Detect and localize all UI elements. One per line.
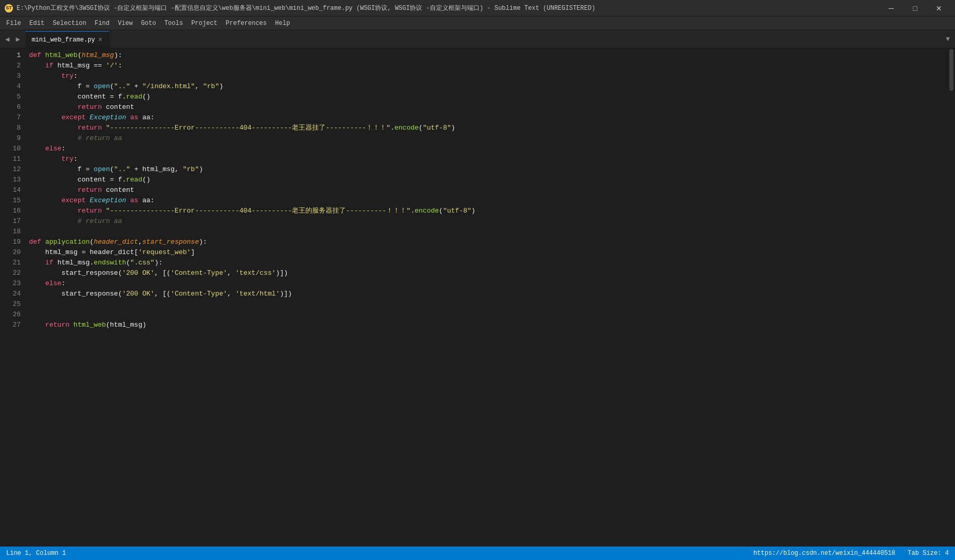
code-content[interactable]: def html_web(html_msg): if html_msg == '… [27, 48, 948, 547]
tab-mini-web-frame[interactable]: mini_web_frame.py × [25, 31, 109, 48]
line-num-2: 2 [0, 61, 21, 71]
menu-item-project[interactable]: Project [187, 18, 221, 29]
status-bar: Line 1, Column 1 https://blog.csdn.net/w… [0, 547, 955, 560]
code-line-25 [29, 299, 948, 310]
nav-right-arrow[interactable]: ▶ [13, 34, 22, 45]
tab-size[interactable]: Tab Size: 4 [906, 549, 951, 558]
menu-bar: FileEditSelectionFindViewGotoToolsProjec… [0, 17, 955, 30]
code-line-12: f = open(".." + html_msg, "rb") [29, 164, 948, 175]
maximize-button[interactable]: □ [903, 0, 927, 17]
line-num-5: 5 [0, 92, 21, 102]
status-right: https://blog.csdn.net/weixin_444440518 T… [751, 549, 951, 558]
line-num-26: 26 [0, 310, 21, 320]
line-num-10: 10 [0, 144, 21, 154]
title-bar: E:\Python工程文件\3WSGI协议 -自定义框架与端口 -配置信息自定义… [0, 0, 955, 17]
close-button[interactable]: ✕ [927, 0, 951, 17]
menu-item-tools[interactable]: Tools [160, 18, 187, 29]
menu-item-find[interactable]: Find [90, 18, 114, 29]
menu-item-edit[interactable]: Edit [25, 18, 49, 29]
code-line-2: if html_msg == '/': [29, 61, 948, 71]
line-num-7: 7 [0, 113, 21, 123]
code-line-18 [29, 227, 948, 237]
menu-item-file[interactable]: File [2, 18, 25, 29]
code-line-7: except Exception as aa: [29, 113, 948, 123]
code-line-10: else: [29, 144, 948, 154]
line-num-3: 3 [0, 71, 21, 81]
line-num-12: 12 [0, 164, 21, 175]
window-controls: ─ □ ✕ [879, 0, 951, 17]
line-num-22: 22 [0, 268, 21, 278]
line-num-18: 18 [0, 227, 21, 237]
code-line-3: try: [29, 71, 948, 81]
menu-item-preferences[interactable]: Preferences [221, 18, 271, 29]
code-line-15: except Exception as aa: [29, 195, 948, 206]
line-num-15: 15 [0, 195, 21, 206]
nav-left-arrow[interactable]: ◀ [3, 34, 11, 45]
line-num-21: 21 [0, 258, 21, 268]
line-num-16: 16 [0, 206, 21, 216]
title-text: E:\Python工程文件\3WSGI协议 -自定义框架与端口 -配置信息自定义… [17, 4, 595, 12]
code-line-4: f = open(".." + "/index.html", "rb") [29, 81, 948, 92]
line-num-23: 23 [0, 278, 21, 289]
tab-label: mini_web_frame.py [32, 36, 95, 44]
line-num-6: 6 [0, 102, 21, 113]
line-num-14: 14 [0, 185, 21, 195]
menu-item-selection[interactable]: Selection [49, 18, 91, 29]
code-line-26 [29, 310, 948, 320]
line-num-19: 19 [0, 237, 21, 247]
code-line-22: start_response('200 OK', [('Content-Type… [29, 268, 948, 278]
status-url: https://blog.csdn.net/weixin_444440518 [751, 549, 897, 558]
line-num-4: 4 [0, 81, 21, 92]
line-num-11: 11 [0, 154, 21, 164]
title-left: E:\Python工程文件\3WSGI协议 -自定义框架与端口 -配置信息自定义… [4, 4, 595, 13]
app-icon [4, 4, 13, 13]
code-line-11: try: [29, 154, 948, 164]
line-num-1: 1 [0, 50, 21, 61]
line-num-27: 27 [0, 320, 21, 330]
line-num-24: 24 [0, 289, 21, 299]
code-line-24: start_response('200 OK', [('Content-Type… [29, 289, 948, 299]
code-line-9: # return aa [29, 133, 948, 144]
tab-close-button[interactable]: × [98, 36, 102, 44]
menu-item-goto[interactable]: Goto [137, 18, 160, 29]
code-line-8: return "----------------Error-----------… [29, 123, 948, 133]
editor-area: 1234567891011121314151617181920212223242… [0, 48, 955, 547]
code-line-21: if html_msg.endswith(".css"): [29, 258, 948, 268]
cursor-position[interactable]: Line 1, Column 1 [4, 549, 68, 558]
line-num-17: 17 [0, 216, 21, 227]
tab-overflow-button[interactable]: ▼ [940, 30, 955, 48]
scrollbar-thumb[interactable] [949, 49, 953, 91]
status-left: Line 1, Column 1 [4, 549, 68, 558]
menu-item-view[interactable]: View [114, 18, 137, 29]
line-num-9: 9 [0, 133, 21, 144]
scrollbar[interactable] [948, 48, 955, 547]
line-num-25: 25 [0, 299, 21, 310]
code-line-1: def html_web(html_msg): [29, 50, 948, 61]
nav-arrows: ◀ ▶ [0, 30, 25, 48]
code-line-13: content = f.read() [29, 175, 948, 185]
code-line-19: def applycation(header_dict,start_respon… [29, 237, 948, 247]
code-line-6: return content [29, 102, 948, 113]
line-num-20: 20 [0, 247, 21, 258]
code-line-20: html_msg = header_dict['request_web'] [29, 247, 948, 258]
code-line-14: return content [29, 185, 948, 195]
code-line-5: content = f.read() [29, 92, 948, 102]
line-numbers: 1234567891011121314151617181920212223242… [0, 48, 27, 547]
code-line-16: return "----------------Error-----------… [29, 206, 948, 216]
minimize-button[interactable]: ─ [879, 0, 903, 17]
menu-item-help[interactable]: Help [271, 18, 294, 29]
code-line-27: return html_web(html_msg) [29, 320, 948, 330]
line-num-8: 8 [0, 123, 21, 133]
tab-bar: ◀ ▶ mini_web_frame.py × ▼ [0, 30, 955, 48]
line-num-13: 13 [0, 175, 21, 185]
code-line-17: # return aa [29, 216, 948, 227]
code-line-23: else: [29, 278, 948, 289]
